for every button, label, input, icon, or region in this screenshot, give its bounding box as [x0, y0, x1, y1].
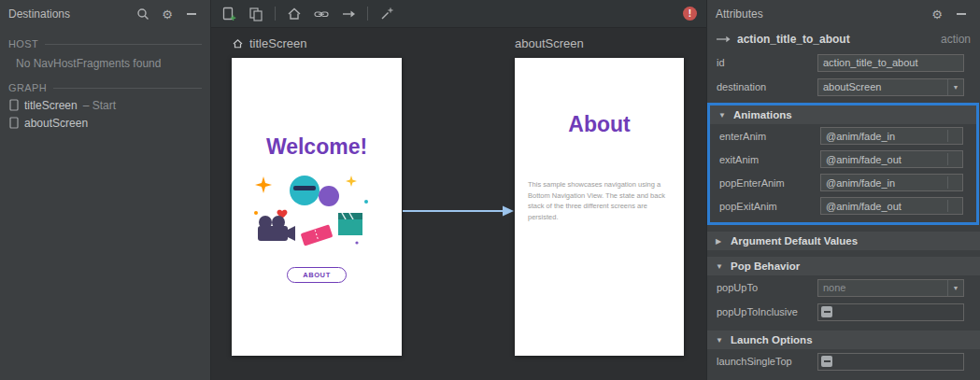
host-empty-message: No NavHostFragments found — [0, 52, 210, 72]
destination-preview-aboutScreen[interactable]: About This sample showcases navigation u… — [515, 58, 684, 356]
destinations-panel: Destinations ⚙ HOST No NavHostFragments … — [0, 0, 211, 380]
graph-section-label: GRAPH — [8, 82, 47, 93]
attributes-panel: Attributes ⚙ action_title_to_about actio… — [706, 0, 980, 380]
popEnterAnim-label: popEnterAnim — [719, 177, 820, 189]
popUpToInclusive-label: popUpToInclusive — [717, 306, 817, 317]
action-arrow-icon — [717, 35, 731, 44]
minimize-icon[interactable] — [951, 5, 972, 23]
welcome-heading: Welcome! — [232, 134, 402, 159]
destination-name: titleScreen — [249, 36, 306, 50]
gear-icon[interactable]: ⚙ — [157, 5, 178, 23]
assign-start-home-icon[interactable] — [286, 6, 303, 22]
sidebar-item-aboutScreen[interactable]: aboutScreen — [0, 114, 210, 132]
action-icon[interactable] — [340, 6, 357, 22]
canvas-toolbar: ! — [211, 0, 706, 28]
exitAnim-value: @anim/fade_out — [826, 154, 902, 165]
list-item-suffix: – Start — [83, 99, 116, 112]
graph-section-row: GRAPH — [0, 79, 210, 96]
section-divider — [45, 44, 202, 45]
popUpTo-dropdown[interactable]: none ▼ — [817, 279, 964, 297]
list-item-label: aboutScreen — [24, 117, 88, 130]
id-input[interactable]: action_title_to_about — [817, 54, 964, 72]
sidebar-item-titleScreen[interactable]: titleScreen – Start — [0, 96, 210, 114]
indeterminate-checkbox-icon — [821, 356, 832, 367]
indeterminate-checkbox-icon — [821, 306, 832, 317]
destination-label-aboutScreen[interactable]: aboutScreen — [515, 36, 584, 50]
expand-icon: ▶ — [716, 237, 724, 246]
collapse-icon: ▼ — [718, 111, 727, 120]
pop-behavior-section-header[interactable]: ▼ Pop Behavior — [707, 257, 980, 275]
exitAnim-row: exitAnim @anim/fade_out — [710, 148, 976, 171]
animations-selection-highlight: ▼ Animations enterAnim @anim/fade_in exi… — [707, 103, 979, 225]
attributes-panel-header: Attributes ⚙ — [707, 0, 980, 28]
attributes-panel-title: Attributes — [716, 7, 763, 21]
exitAnim-label: exitAnim — [719, 154, 820, 165]
welcome-illustration — [247, 164, 387, 258]
host-section-row: HOST — [0, 35, 210, 52]
auto-arrange-icon[interactable] — [378, 6, 395, 22]
about-heading: About — [515, 112, 684, 136]
destination-icon — [9, 117, 19, 129]
launch-options-section-header[interactable]: ▼ Launch Options — [707, 331, 980, 349]
popUpTo-row: popUpTo none ▼ — [707, 275, 980, 300]
destination-name: aboutScreen — [515, 36, 584, 50]
enterAnim-combo[interactable]: @anim/fade_in — [820, 127, 963, 145]
popUpTo-label: popUpTo — [717, 282, 817, 293]
error-icon[interactable]: ! — [683, 7, 697, 21]
popUpTo-value: none — [823, 282, 845, 293]
destination-row: destination aboutScreen ▼ — [707, 75, 980, 99]
toolbar-divider — [367, 7, 368, 21]
popEnterAnim-combo[interactable]: @anim/fade_in — [820, 174, 963, 191]
selected-action-row: action_title_to_about action — [707, 28, 980, 50]
list-item-label: titleScreen — [24, 99, 78, 112]
chevron-down-icon: ▼ — [947, 280, 963, 296]
enterAnim-value: @anim/fade_in — [826, 131, 895, 142]
section-title: Pop Behavior — [731, 260, 800, 272]
enterAnim-label: enterAnim — [719, 131, 820, 142]
design-canvas: ! titleScreen Welcome! — [211, 0, 706, 380]
minimize-icon[interactable] — [181, 5, 202, 23]
destination-label: destination — [717, 81, 817, 92]
host-section-label: HOST — [8, 38, 38, 49]
id-value: action_title_to_about — [823, 57, 918, 68]
collapse-icon: ▼ — [716, 262, 724, 271]
popExitAnim-label: popExitAnim — [719, 201, 820, 212]
launchSingleTop-row: launchSingleTop — [707, 349, 980, 373]
collapse-icon: ▼ — [716, 336, 724, 345]
destination-label-titleScreen[interactable]: titleScreen — [232, 36, 306, 50]
navigation-editor: Destinations ⚙ HOST No NavHostFragments … — [0, 0, 980, 380]
popExitAnim-combo[interactable]: @anim/fade_out — [820, 197, 963, 215]
popEnterAnim-value: @anim/fade_in — [826, 177, 895, 189]
toolbar-divider — [275, 7, 276, 21]
about-button: ABOUT — [287, 267, 347, 283]
section-divider — [53, 88, 202, 89]
destinations-panel-header: Destinations ⚙ — [0, 0, 210, 28]
chevron-down-icon: ▼ — [947, 79, 963, 95]
popUpToInclusive-row: popUpToInclusive — [707, 300, 980, 324]
destination-preview-titleScreen[interactable]: Welcome! — [232, 58, 402, 356]
about-body-text: This sample showcases navigation using a… — [528, 179, 671, 223]
animations-section-header[interactable]: ▼ Animations — [710, 106, 976, 124]
popEnterAnim-row: popEnterAnim @anim/fade_in — [710, 171, 976, 194]
id-row: id action_title_to_about — [707, 50, 980, 75]
section-title: Launch Options — [731, 334, 813, 345]
search-icon[interactable] — [133, 5, 153, 23]
id-label: id — [717, 57, 817, 68]
argument-defaults-section-header[interactable]: ▶ Argument Default Values — [707, 232, 980, 250]
deep-link-icon[interactable] — [313, 6, 330, 22]
section-title: Argument Default Values — [731, 235, 858, 246]
popExitAnim-value: @anim/fade_out — [826, 201, 902, 212]
new-destination-icon[interactable] — [220, 6, 237, 22]
gear-icon[interactable]: ⚙ — [927, 5, 947, 23]
enterAnim-row: enterAnim @anim/fade_in — [710, 124, 976, 148]
exitAnim-combo[interactable]: @anim/fade_out — [820, 150, 963, 168]
popExitAnim-row: popExitAnim @anim/fade_out — [710, 194, 976, 218]
destination-dropdown[interactable]: aboutScreen ▼ — [817, 78, 964, 96]
action-arrow[interactable] — [403, 204, 515, 218]
duplicate-icon[interactable] — [248, 6, 264, 22]
launchSingleTop-checkbox[interactable] — [817, 353, 964, 371]
destinations-panel-title: Destinations — [8, 7, 70, 21]
popUpToInclusive-checkbox[interactable] — [817, 303, 964, 321]
selected-action-type: action — [941, 33, 971, 46]
launchSingleTop-label: launchSingleTop — [717, 356, 817, 367]
